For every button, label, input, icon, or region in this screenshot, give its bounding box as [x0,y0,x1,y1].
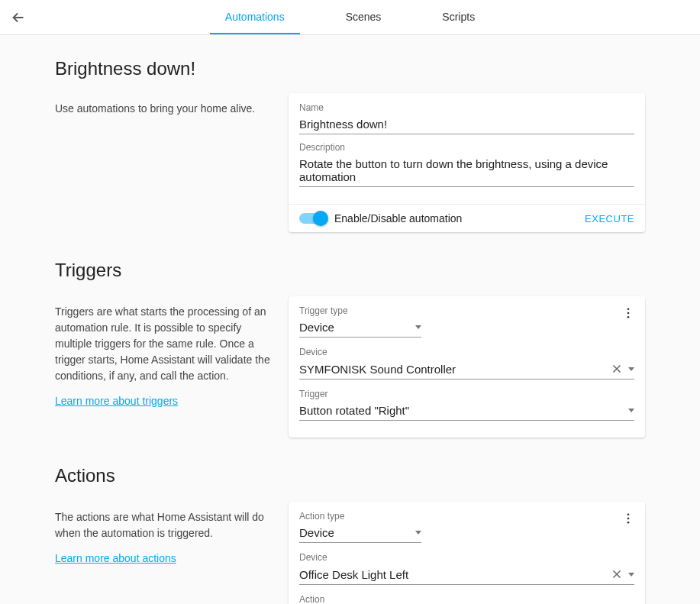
action-action-label: Action [299,594,634,604]
trigger-device-value: SYMFONISK Sound Controller [299,363,456,376]
trigger-trigger-value: Button rotated "Right" [299,404,409,417]
trigger-type-label: Trigger type [299,305,634,316]
actions-learn-more-link[interactable]: Learn more about actions [55,552,176,564]
trigger-device-label: Device [299,347,634,357]
trigger-device-select[interactable]: SYMFONISK Sound Controller [299,359,634,380]
svg-point-3 [627,513,630,515]
action-type-value: Device [299,526,334,539]
clear-icon[interactable] [610,567,624,581]
action-more-button[interactable] [619,509,637,528]
svg-point-5 [627,522,630,524]
svg-point-0 [627,308,630,310]
svg-point-2 [627,316,630,318]
top-bar: Automations Scenes Scripts [0,0,700,35]
action-device-select[interactable]: Office Desk Light Left [299,564,634,585]
back-button[interactable] [9,8,27,27]
trigger-trigger-label: Trigger [299,389,634,399]
tab-scripts[interactable]: Scripts [427,0,490,34]
trigger-trigger-select[interactable]: Button rotated "Right" [299,401,634,421]
svg-point-1 [627,312,630,315]
tab-automations[interactable]: Automations [210,0,300,34]
intro-text: Use automations to bring your home alive… [55,101,273,117]
triggers-help: Triggers are what starts the processing … [55,304,273,384]
chevron-down-icon [415,325,421,329]
name-label: Name [299,102,634,113]
description-input[interactable]: Rotate the button to turn down the brigh… [299,154,634,187]
actions-help: The actions are what Home Assistant will… [55,509,273,541]
enable-toggle-label: Enable/Disable automation [334,212,462,224]
trigger-card: Trigger type Device Device SYMFONISK Sou… [289,296,645,438]
enable-toggle[interactable] [299,213,327,224]
name-input[interactable]: Brightness down! [299,115,634,134]
description-input-value: Rotate the button to turn down the brigh… [299,157,634,183]
triggers-heading: Triggers [55,260,645,281]
trigger-more-button[interactable] [619,304,637,322]
action-card: Action type Device Device Office Desk Li… [289,502,645,604]
trigger-type-value: Device [299,321,334,334]
actions-heading: Actions [55,465,645,486]
action-device-label: Device [299,552,634,563]
automation-details-card: Name Brightness down! Description Rotate… [289,93,645,232]
description-label: Description [299,142,634,153]
chevron-down-icon [628,409,634,412]
svg-point-4 [627,518,630,520]
name-input-value: Brightness down! [299,118,387,131]
page-content: Brightness down! Use automations to brin… [0,35,700,604]
action-device-value: Office Desk Light Left [299,568,408,581]
execute-button[interactable]: EXECUTE [585,213,634,224]
action-type-label: Action type [299,511,634,522]
chevron-down-icon [628,573,634,577]
trigger-type-select[interactable]: Device [299,318,421,338]
chevron-down-icon [628,367,634,371]
chevron-down-icon [415,531,421,535]
triggers-learn-more-link[interactable]: Learn more about triggers [55,395,178,407]
clear-icon[interactable] [610,362,624,376]
tab-scenes[interactable]: Scenes [331,0,397,34]
tabs: Automations Scenes Scripts [27,0,673,34]
page-title: Brightness down! [55,58,645,79]
action-type-select[interactable]: Device [299,523,421,543]
